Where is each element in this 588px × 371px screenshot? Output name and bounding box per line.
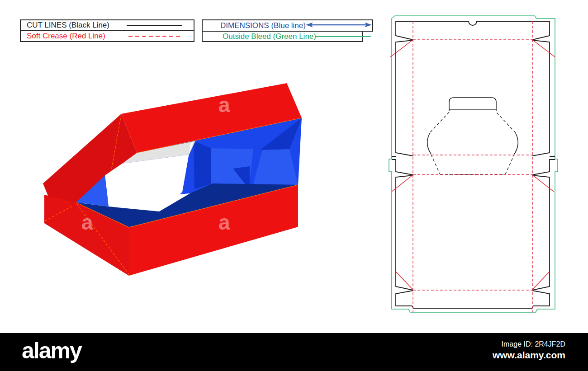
- watermark-a: a: [81, 211, 93, 234]
- image-id-text: Image ID: 2R4JF2D: [493, 339, 565, 349]
- dimension-arrow-icon: [306, 21, 372, 30]
- soft-crease-label: Soft Crease (Red Line): [27, 32, 105, 41]
- alamy-logo: alamy: [22, 339, 81, 362]
- legend-row-cut-lines: CUT LINES (Black Line): [20, 19, 194, 31]
- box-3d-render: a a a: [27, 68, 326, 303]
- legend-cut-crease: CUT LINES (Black Line) Soft Crease (Red …: [20, 19, 194, 42]
- legend-row-soft-crease: Soft Crease (Red Line): [20, 30, 194, 42]
- outside-bleed-label: Outside Bleed (Green Line): [223, 32, 316, 41]
- cut-lines-label: CUT LINES (Black Line): [27, 21, 109, 30]
- crease-line-sample: [128, 36, 182, 37]
- window-perforation-lines: [430, 112, 516, 174]
- corner-crease-lines: [390, 40, 555, 290]
- legend-row-outside-bleed: Outside Bleed (Green Line): [202, 31, 363, 42]
- cut-lines: [392, 21, 555, 308]
- footer-bar: alamy Image ID: 2R4JF2D www.alamy.com: [0, 333, 588, 371]
- soft-crease-lines: [413, 21, 532, 312]
- cut-line-sample: [127, 25, 182, 26]
- watermark-a: a: [218, 93, 230, 117]
- website-text: www.alamy.com: [493, 349, 565, 361]
- watermark-a: a: [218, 211, 230, 234]
- dieline-drawing: [382, 11, 563, 319]
- dimensions-label: DIMENSIONS (Blue line): [220, 21, 306, 30]
- legend-row-dimensions: DIMENSIONS (Blue line): [202, 19, 373, 32]
- page: { "legend_cut": { "cut_label": "CUT LINE…: [0, 0, 588, 371]
- interior-back-panel-dark: [194, 141, 211, 189]
- window-cut-lines: [427, 98, 518, 154]
- bleed-line-sample: [316, 36, 371, 37]
- legend-dimensions-bleed: DIMENSIONS (Blue line) Outside Bleed (Gr…: [202, 19, 373, 42]
